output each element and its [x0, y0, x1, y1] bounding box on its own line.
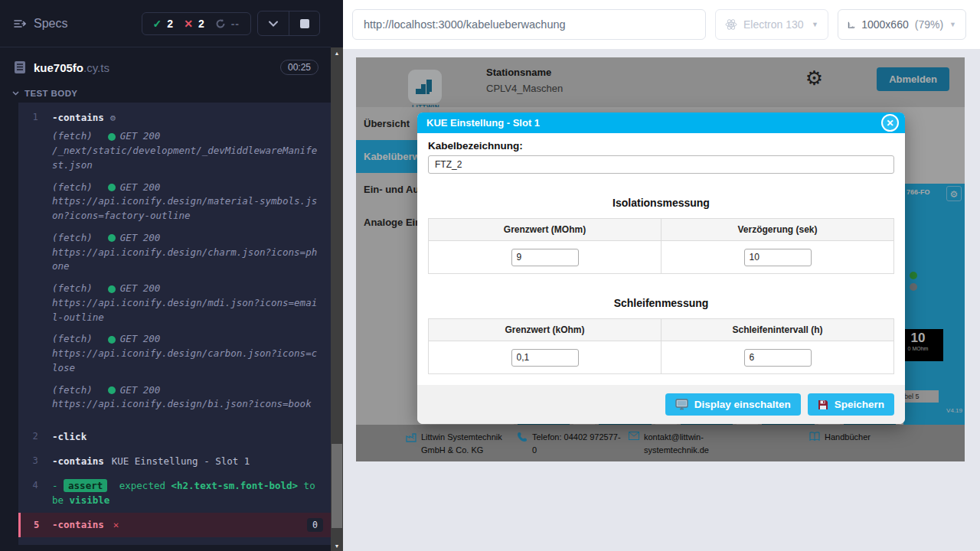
gear-icon: ⚙ — [110, 112, 116, 123]
command-contains-3[interactable]: 3 -containsKUE Einstellung - Slot 1 — [18, 449, 331, 474]
aut-toolbar: Electron 130 ▼ 1000x660 (79%) ▼ — [343, 0, 980, 49]
stat-passed: ✓2 — [153, 18, 174, 30]
fetch-log[interactable]: (fetch)GET 200 https://api.iconify.desig… — [52, 231, 323, 274]
loop-grenzwert-input[interactable] — [511, 349, 579, 367]
command-contains-1[interactable]: 1 -contains⚙ (fetch)GET 200 /_next/stati… — [18, 106, 331, 425]
ruler-icon — [848, 19, 855, 31]
fetch-log[interactable]: (fetch)GET 200 https://api.iconify.desig… — [52, 332, 323, 375]
stat-failed: ✕2 — [184, 18, 204, 30]
spec-name: kue705fo.cy.ts — [34, 61, 109, 74]
iso-grenzwert-input[interactable] — [511, 249, 579, 266]
modal-body: Kabelbezeichnung: Isolationsmessung Gren… — [417, 133, 905, 374]
scroll-up-icon[interactable]: ▲ — [331, 47, 343, 58]
status-dot-icon — [108, 285, 116, 293]
status-dot-icon — [108, 184, 116, 191]
line-number: 4 — [18, 479, 52, 507]
command-click[interactable]: 2 -click — [18, 425, 331, 449]
cypress-reporter: Specs ✓2 ✕2 -- kue705fo.cy.ts 00:25 TEST… — [0, 0, 331, 551]
fetch-url: https://api.iconify.design/mdi.json?icon… — [52, 296, 320, 325]
scroll-down-icon[interactable]: ▼ — [331, 540, 343, 551]
floppy-disk-icon — [818, 399, 828, 410]
command-assert[interactable]: 4 - assert expected <h2.text-sm.font-bol… — [18, 474, 331, 512]
line-number: 1 — [18, 111, 52, 419]
specs-list-icon — [14, 18, 26, 29]
command-contains-failed[interactable]: 5 -contains ✕ 0 — [18, 513, 331, 538]
electron-icon — [725, 18, 737, 31]
loop-col2-header: Schleifenintervall (h) — [662, 319, 894, 341]
fetch-log[interactable]: (fetch)GET 200 /_next/static/development… — [52, 129, 323, 172]
x-icon: ✕ — [184, 18, 193, 30]
status-dot-icon — [108, 386, 116, 394]
assert-selector: <h2.text-sm.font-bold> — [172, 480, 299, 491]
retry-count-badge: 0 — [307, 518, 323, 533]
fetch-url: https://api.iconify.design/bi.json?icons… — [52, 397, 320, 412]
viewport-zoom: (79%) — [915, 18, 943, 31]
display-on-button[interactable]: Display einschalten — [665, 393, 801, 416]
specs-label: Specs — [34, 17, 67, 31]
scrollbar-thumb[interactable] — [332, 444, 342, 528]
kabelbezeichnung-input[interactable] — [428, 155, 894, 174]
browser-selector[interactable]: Electron 130 ▼ — [715, 9, 828, 40]
assert-badge: assert — [64, 479, 107, 492]
monitor-icon — [675, 399, 688, 410]
close-button[interactable]: ✕ — [881, 114, 899, 132]
loop-intervall-input[interactable] — [744, 349, 812, 367]
iso-col2-header: Verzögerung (sek) — [662, 219, 894, 241]
command-name: -contains — [52, 518, 104, 532]
fetch-url: /_next/static/development/_devMiddleware… — [52, 144, 320, 173]
fetch-url: https://api.iconify.design/charm.json?ic… — [52, 246, 320, 275]
modal-title: KUE Einstellung - Slot 1 — [426, 117, 540, 129]
chevron-down-icon — [12, 91, 19, 96]
modal-header: KUE Einstellung - Slot 1 ✕ — [417, 112, 905, 133]
spec-file-icon — [14, 60, 26, 74]
viewport-size: 1000x660 — [861, 18, 909, 31]
loop-table: Grenzwert (kOhm) Schleifenintervall (h) — [428, 318, 894, 374]
command-arg: KUE Einstellung - Slot 1 — [112, 455, 250, 467]
loop-col1-header: Grenzwert (kOhm) — [429, 319, 662, 341]
assert-text-bold: visible — [70, 494, 110, 506]
stop-button[interactable] — [289, 11, 319, 35]
iso-verzoegerung-input[interactable] — [744, 249, 812, 266]
chevron-down-icon: ▼ — [812, 21, 818, 28]
fetch-url: https://api.iconify.design/carbon.json?i… — [52, 347, 320, 376]
fetch-log[interactable]: (fetch)GET 200 https://api.iconify.desig… — [52, 383, 323, 412]
status-dot-icon — [108, 234, 116, 242]
test-body-label: TEST BODY — [24, 89, 77, 98]
test-body-toggle[interactable]: TEST BODY — [0, 83, 331, 103]
fetch-url: https://api.iconify.design/material-symb… — [52, 194, 320, 223]
fetch-log[interactable]: (fetch)GET 200 https://api.iconify.desig… — [52, 282, 323, 324]
loop-section-title: Schleifenmessung — [428, 297, 894, 309]
assert-text: expected — [119, 480, 165, 491]
browser-name: Electron 130 — [743, 18, 804, 31]
line-number: 3 — [18, 455, 52, 468]
close-icon: ✕ — [886, 118, 893, 129]
reporter-scrollbar[interactable]: ▲ ▼ — [331, 0, 343, 551]
reporter-header: Specs ✓2 ✕2 -- — [0, 0, 331, 47]
chevron-down-icon — [269, 21, 278, 27]
spec-duration-badge: 00:25 — [280, 60, 318, 75]
status-dot-icon — [108, 133, 116, 141]
status-dot-icon — [108, 336, 116, 344]
modal-footer: Display einschalten Speichern — [417, 385, 905, 424]
line-number: 2 — [18, 430, 52, 444]
chevron-down-icon: ▼ — [949, 21, 956, 28]
viewport-selector[interactable]: 1000x660 (79%) ▼ — [838, 9, 966, 40]
stop-icon — [300, 19, 309, 28]
run-controls — [257, 11, 320, 36]
check-icon: ✓ — [153, 18, 162, 30]
collapse-button[interactable] — [258, 11, 289, 35]
iso-section-title: Isolationsmessung — [428, 197, 894, 209]
kabel-label: Kabelbezeichnung: — [428, 140, 894, 152]
fetch-log[interactable]: (fetch)GET 200 https://api.iconify.desig… — [52, 181, 323, 223]
save-button[interactable]: Speichern — [808, 393, 894, 416]
iso-table: Grenzwert (MOhm) Verzögerung (sek) — [428, 218, 894, 274]
aut-pane: Electron 130 ▼ 1000x660 (79%) ▼ LITTWIN … — [343, 0, 980, 551]
specs-menu-button[interactable]: Specs — [14, 17, 67, 31]
test-stats: ✓2 ✕2 -- — [142, 12, 251, 35]
scrollbar-track[interactable]: ▲ ▼ — [331, 47, 343, 551]
restart-icon — [215, 18, 226, 29]
line-number: 5 — [21, 519, 52, 530]
spec-row[interactable]: kue705fo.cy.ts 00:25 — [0, 47, 331, 83]
url-input[interactable] — [352, 9, 706, 40]
command-name: -contains — [52, 112, 104, 123]
